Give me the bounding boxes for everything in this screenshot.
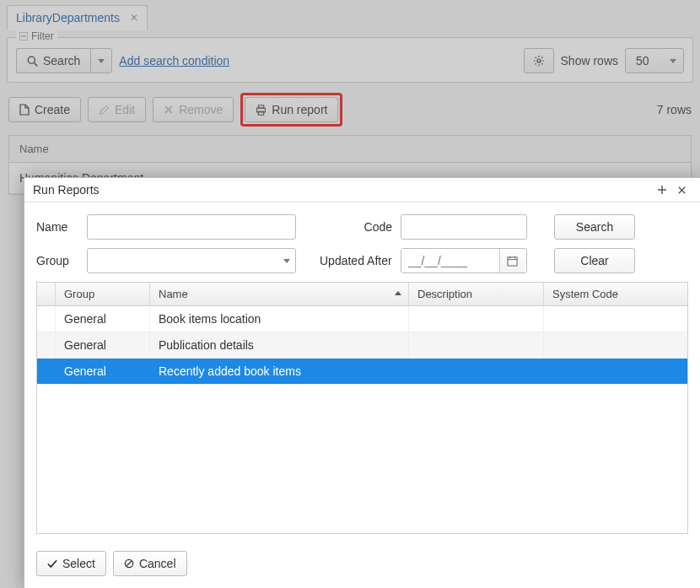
grid-header-row: Group Name Description System Code (37, 283, 687, 306)
calendar-button[interactable] (499, 249, 525, 272)
grid-header-system-code[interactable]: System Code (544, 283, 687, 305)
updated-after-input[interactable] (401, 248, 527, 273)
chevron-down-icon (283, 259, 290, 263)
group-combo[interactable] (87, 248, 296, 273)
table-row[interactable]: General Recently added book items (37, 359, 687, 385)
close-dialog-button[interactable] (672, 184, 692, 197)
ban-icon (124, 558, 134, 569)
group-label: Group (36, 254, 78, 267)
date-field[interactable] (401, 249, 499, 272)
dialog-search-button[interactable]: Search (554, 214, 635, 240)
sort-asc-icon (395, 291, 401, 295)
plus-icon (657, 185, 667, 195)
grid-body: General Book items location General Publ… (37, 306, 687, 533)
name-input[interactable] (87, 214, 296, 240)
code-label: Code (320, 220, 392, 234)
code-input[interactable] (401, 214, 527, 240)
table-row[interactable]: General Publication details (37, 332, 687, 359)
dialog-title: Run Reports (33, 183, 652, 197)
grid-header-blank (37, 283, 56, 305)
close-icon (677, 186, 687, 195)
calendar-icon (507, 256, 518, 267)
check-icon (47, 559, 57, 569)
name-label: Name (36, 220, 78, 234)
run-reports-dialog: Run Reports Name Code Search Group Updat… (24, 177, 700, 588)
reports-grid: Group Name Description System Code Gener… (36, 282, 688, 534)
maximize-button[interactable] (652, 183, 672, 197)
updated-after-label: Updated After (320, 254, 392, 267)
cancel-button[interactable]: Cancel (113, 551, 187, 576)
svg-line-17 (127, 561, 132, 567)
dialog-header: Run Reports (24, 178, 700, 202)
svg-rect-12 (508, 256, 517, 265)
select-button[interactable]: Select (36, 551, 106, 576)
grid-header-group[interactable]: Group (56, 283, 150, 305)
grid-header-name[interactable]: Name (150, 283, 409, 305)
table-row[interactable]: General Book items location (37, 306, 687, 332)
dialog-footer: Select Cancel (24, 542, 700, 588)
grid-header-description[interactable]: Description (409, 283, 544, 305)
clear-button[interactable]: Clear (554, 248, 635, 273)
